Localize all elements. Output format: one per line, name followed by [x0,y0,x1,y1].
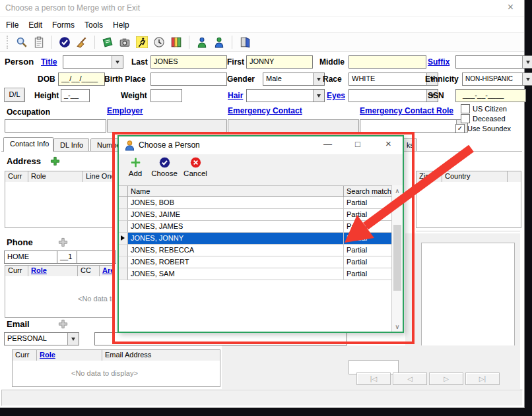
person-row[interactable]: JONES, JAIMEPartial [119,209,391,221]
scroll-up-icon[interactable]: ∧ [392,185,403,196]
phone-area-field[interactable] [77,251,116,264]
person-row-selected[interactable]: JONES, JONNYPartial [119,233,391,245]
menu-tools[interactable]: Tools [84,20,103,30]
first-name-field[interactable]: JONNY [246,55,313,69]
search-icon[interactable] [16,36,28,48]
address-col-line-one[interactable]: Line One [83,171,113,183]
birth-place-field[interactable] [150,73,227,86]
dropdown-arrow-icon[interactable] [522,56,532,68]
use-soundex-checkbox[interactable]: ✓Use Soundex [455,124,511,133]
dob-field[interactable]: __/__/____ [58,73,105,86]
title-link[interactable]: Title [41,57,57,67]
middle-name-field[interactable] [349,55,426,69]
nav-last-button[interactable]: ▷| [465,372,500,385]
dialog-maximize-icon[interactable]: □ [355,139,360,149]
nav-prev-button[interactable]: ◁ [393,372,427,385]
dialog-scrollbar[interactable]: ∧ ∨ [391,185,403,332]
email-col-role[interactable]: Role [37,350,102,361]
add-button[interactable]: Add [125,157,145,177]
emergency-contact-role-select[interactable] [360,119,468,133]
emergency-contact-role-link[interactable]: Emergency Contact Role [360,106,453,115]
add-person-icon[interactable] [196,36,208,48]
emergency-contact-link[interactable]: Emergency Contact [228,106,302,115]
person-row[interactable]: JONES, JAMESPartial [119,221,391,233]
suffix-select[interactable] [455,55,532,69]
dropdown-arrow-icon[interactable] [522,73,532,85]
clear-broom-icon[interactable] [76,36,88,48]
menu-help[interactable]: Help [113,20,129,30]
address-col-role[interactable]: Role [28,171,83,183]
suffix-link[interactable]: Suffix [428,57,449,67]
address-col-zip[interactable]: Zip [416,171,442,183]
address-col-country[interactable]: Country [442,171,508,183]
add-phone-icon[interactable] [58,237,68,247]
checkbox-check-icon[interactable]: ✓ [455,124,465,133]
title-select[interactable] [63,55,123,69]
dropdown-arrow-icon[interactable] [313,90,324,102]
ssn-field[interactable]: ___-__-____ [455,89,526,102]
dl-button[interactable]: D/L [4,88,25,102]
scrollbar-thumb[interactable] [393,225,401,291]
camera-icon[interactable] [119,36,131,48]
cancel-button[interactable]: Cancel [181,157,210,177]
exit-door-icon[interactable] [239,36,251,48]
deceased-checkbox[interactable]: Deceased [461,114,506,123]
person-row[interactable]: JONES, BOBPartial [119,197,391,209]
us-citizen-checkbox[interactable]: US Citizen [461,104,507,113]
notes-icon[interactable] [102,36,114,48]
dialog-col-match[interactable]: Search match [344,186,391,196]
checkbox-box[interactable] [461,114,470,123]
menu-forms[interactable]: Forms [52,20,75,30]
employer-field[interactable] [107,119,227,133]
email-col-address[interactable]: Email Address [102,350,220,361]
eyes-link[interactable]: Eyes [327,91,345,100]
hair-link[interactable]: Hair [228,91,243,100]
dropdown-arrow-icon[interactable] [112,56,123,68]
address-grid-body-right[interactable] [416,182,521,228]
tab-contact-info[interactable]: Contact Info [3,137,53,152]
phone-col-cc[interactable]: CC [78,266,100,277]
add-email-icon[interactable] [58,319,68,329]
clipboard-icon[interactable] [33,36,45,48]
email-address-field[interactable] [94,332,347,345]
history-clock-icon[interactable] [153,36,165,48]
add-address-icon[interactable] [50,156,60,166]
bookings-book-icon[interactable] [170,36,182,48]
activity-runner-icon[interactable] [136,36,148,48]
verify-icon[interactable] [59,36,71,48]
tab-dl-info[interactable]: DL Info [53,138,89,151]
person-row[interactable]: JONES, REBECCAPartial [119,245,391,256]
last-name-field[interactable]: JONES [150,55,227,69]
phone-country-code-field[interactable]: __1 [57,251,79,264]
dropdown-arrow-icon[interactable] [67,333,79,345]
email-type-select[interactable]: PERSONAL [4,332,79,345]
phone-col-role[interactable]: Role [28,266,78,277]
menu-file[interactable]: File [6,20,18,30]
choose-button[interactable]: Choose [149,157,180,177]
email-col-curr[interactable]: Curr [13,350,37,361]
gender-select[interactable]: Male [263,73,325,86]
dialog-col-name[interactable]: Name [128,186,344,196]
emergency-contact-field[interactable] [228,119,359,133]
phone-col-area[interactable]: Are [100,266,113,277]
ethnicity-select[interactable]: NON-HISPANIC [462,73,532,86]
person-row[interactable]: JONES, ROBERTPartial [119,256,391,268]
dialog-minimize-icon[interactable]: — [323,139,332,149]
dialog-close-icon[interactable]: × [385,138,391,149]
hair-select[interactable] [246,89,325,102]
checkbox-box[interactable] [461,104,470,113]
window-close-icon[interactable]: × [508,1,514,13]
person-row[interactable]: JONES, SAMPartial [119,268,391,280]
height-field[interactable]: _-__ [61,89,90,102]
person-icon[interactable] [213,36,225,48]
menu-edit[interactable]: Edit [28,20,42,30]
scroll-down-icon[interactable]: ∨ [392,321,403,332]
phone-col-curr[interactable]: Curr [5,266,28,277]
eyes-select[interactable] [349,89,438,102]
occupation-field[interactable] [5,119,106,133]
address-grid-body[interactable] [5,182,114,228]
nav-next-button[interactable]: ▷ [429,372,463,385]
employer-link[interactable]: Employer [107,106,143,115]
nav-first-button[interactable]: |◁ [356,372,391,385]
weight-field[interactable] [150,89,182,102]
